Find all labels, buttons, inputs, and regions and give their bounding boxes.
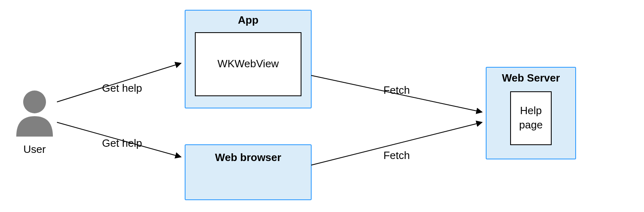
svg-point-0 bbox=[23, 91, 46, 113]
browser-node: Web browser bbox=[185, 145, 311, 200]
user-label: User bbox=[24, 143, 46, 155]
app-node: App WKWebView bbox=[185, 10, 311, 108]
browser-title: Web browser bbox=[215, 151, 282, 163]
server-node: Web Server Help page bbox=[486, 67, 576, 159]
edge-browser-to-server-label: Fetch bbox=[383, 149, 410, 161]
svg-rect-5 bbox=[511, 92, 551, 145]
app-title: App bbox=[238, 14, 259, 26]
user-icon bbox=[16, 91, 53, 137]
user-node: User bbox=[16, 91, 53, 155]
edge-app-to-server-label: Fetch bbox=[383, 84, 410, 96]
edge-user-to-browser-label: Get help bbox=[102, 137, 142, 149]
diagram-canvas: User App WKWebView Web browser Web Serve… bbox=[0, 0, 644, 212]
app-inner-label: WKWebView bbox=[218, 57, 279, 70]
server-inner-line1: Help bbox=[520, 104, 541, 117]
server-inner-line2: page bbox=[519, 119, 543, 131]
edge-user-to-app-label: Get help bbox=[102, 82, 142, 94]
server-title: Web Server bbox=[502, 72, 560, 84]
